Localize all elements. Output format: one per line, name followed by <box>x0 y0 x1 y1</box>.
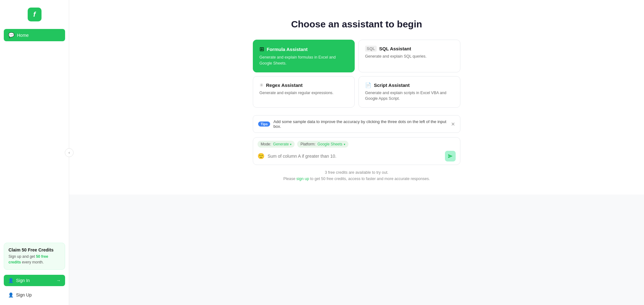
sign-in-label: Sign In <box>16 278 30 283</box>
assistant-card-formula[interactable]: ⊞ Formula Assistant Generate and explain… <box>253 40 355 72</box>
claim-credits-title: Claim 50 Free Credits <box>8 247 60 252</box>
formula-card-desc: Generate and explain formulas in Excel a… <box>259 54 348 66</box>
logo-container: f <box>4 5 65 26</box>
sidebar-home-label: Home <box>17 33 29 38</box>
script-card-header: 📄 Script Assistant <box>365 82 454 88</box>
regex-card-desc: Generate and explain regular expressions… <box>259 90 348 96</box>
sql-card-desc: Generate and explain SQL queries. <box>365 54 454 59</box>
footer-line2-suffix: to get 50 free credits, access to faster… <box>309 177 430 181</box>
mode-chevron-icon: ▾ <box>290 143 291 146</box>
sign-up-icon: 👤 <box>8 292 14 297</box>
regex-card-title: Regex Assistant <box>266 82 303 88</box>
mode-value: Generate <box>273 142 289 146</box>
platform-label: Platform: <box>300 142 315 146</box>
sidebar: f 💬 Home Claim 50 Free Credits Sign up a… <box>0 0 69 305</box>
claim-credits-desc: Sign up and get 50 free credits every mo… <box>8 254 60 265</box>
page-title: Choose an assistant to begin <box>291 19 422 30</box>
footer-line2-prefix: Please <box>283 177 297 181</box>
input-controls: Mode: Generate ▾ Platform: Google Sheets… <box>258 141 456 148</box>
smiley-icon: 🙂 <box>258 153 264 160</box>
script-icon: 📄 <box>365 82 371 88</box>
formula-icon: ⊞ <box>259 46 264 53</box>
footer-signup-link[interactable]: sign up <box>297 177 309 181</box>
tips-badge: Tips <box>258 121 270 127</box>
sign-in-button[interactable]: 👤 Sign In → <box>4 275 65 286</box>
input-area: Mode: Generate ▾ Platform: Google Sheets… <box>253 137 460 165</box>
claim-credits-card: Claim 50 Free Credits Sign up and get 50… <box>4 243 65 270</box>
tips-banner: Tips Add some sample data to improve the… <box>253 115 460 133</box>
sql-card-title: SQL Assistant <box>379 46 411 51</box>
sidebar-spacer <box>4 44 65 240</box>
sign-up-item[interactable]: 👤 Sign Up <box>4 290 65 300</box>
formula-card-title: Formula Assistant <box>267 47 308 52</box>
assistants-grid: ⊞ Formula Assistant Generate and explain… <box>253 40 460 108</box>
query-input[interactable] <box>268 154 442 159</box>
home-icon: 💬 <box>8 32 14 38</box>
tips-close-button[interactable]: ✕ <box>451 121 455 127</box>
assistant-card-sql[interactable]: SQL SQL Assistant Generate and explain S… <box>358 40 460 72</box>
sign-in-left: 👤 Sign In <box>8 278 30 283</box>
footer-line1: 3 free credits are available to try out. <box>283 169 430 176</box>
platform-value: Google Sheets <box>317 142 342 146</box>
sidebar-collapse-button[interactable]: ‹ <box>65 148 74 157</box>
formula-card-header: ⊞ Formula Assistant <box>259 46 348 53</box>
sql-card-header: SQL SQL Assistant <box>365 46 454 52</box>
mode-dropdown[interactable]: Mode: Generate ▾ <box>258 141 295 148</box>
tips-text: Add some sample data to improve the accu… <box>273 119 448 129</box>
sign-up-label: Sign Up <box>16 292 32 297</box>
script-card-title: Script Assistant <box>374 82 410 88</box>
send-button[interactable] <box>445 151 456 161</box>
main-content: Choose an assistant to begin ⊞ Formula A… <box>247 0 467 195</box>
mode-label: Mode: <box>261 142 271 146</box>
assistant-card-script[interactable]: 📄 Script Assistant Generate and explain … <box>358 76 460 108</box>
regex-icon: ✳ <box>259 82 264 88</box>
regex-card-header: ✳ Regex Assistant <box>259 82 348 88</box>
script-card-desc: Generate and explain scripts in Excel VB… <box>365 90 454 102</box>
platform-chevron-icon: ▾ <box>344 143 345 146</box>
claim-desc-prefix: Sign up and get <box>8 254 36 259</box>
claim-desc-suffix: every month. <box>21 260 44 264</box>
sql-icon: SQL <box>365 46 377 52</box>
send-icon <box>448 154 453 159</box>
footer-text: 3 free credits are available to try out.… <box>283 169 430 182</box>
sign-in-user-icon: 👤 <box>8 278 14 283</box>
assistant-card-regex[interactable]: ✳ Regex Assistant Generate and explain r… <box>253 76 355 108</box>
footer-line2: Please sign up to get 50 free credits, a… <box>283 176 430 182</box>
input-row: 🙂 <box>258 151 456 161</box>
platform-dropdown[interactable]: Platform: Google Sheets ▾ <box>297 141 348 148</box>
main-content-area: Choose an assistant to begin ⊞ Formula A… <box>69 0 644 195</box>
app-logo: f <box>28 8 42 21</box>
sign-in-arrow-icon: → <box>56 278 61 283</box>
sidebar-item-home[interactable]: 💬 Home <box>4 29 65 41</box>
